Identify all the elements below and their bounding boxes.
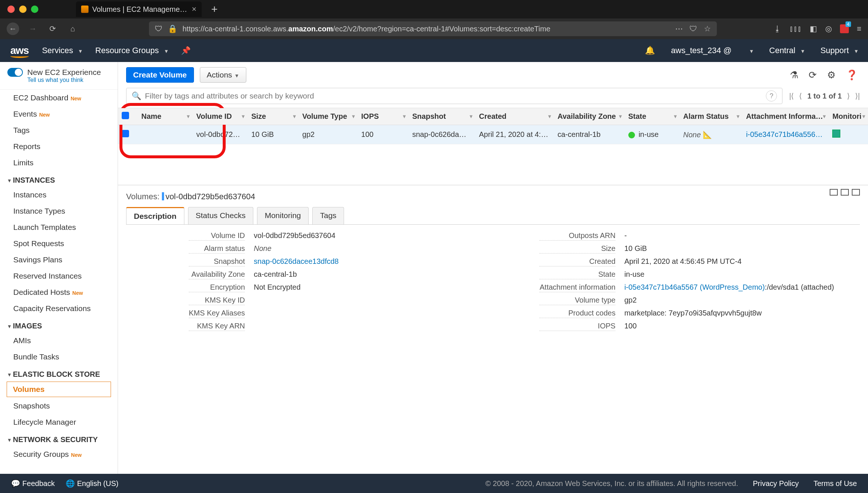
new-exp-subtitle[interactable]: Tell us what you think (27, 77, 101, 83)
library-icon[interactable]: ⫿⫿⫿ (789, 24, 802, 33)
pager-next-icon[interactable]: ⟩ (847, 92, 850, 100)
lastpass-icon[interactable] (840, 24, 849, 33)
sidebar-item[interactable]: Bundle Tasks (0, 349, 118, 365)
alarm-add-icon[interactable]: 📐 (703, 131, 712, 139)
col-header[interactable]: State▾ (625, 108, 680, 125)
aws-logo[interactable]: aws (10, 45, 29, 56)
back-button[interactable]: ← (7, 23, 19, 35)
sidebar-item[interactable]: Lifecycle Manager (0, 414, 118, 430)
browser-right-tools: ⭳ ⫿⫿⫿ ◧ ◎ ≡ (774, 24, 861, 33)
detail-tab[interactable]: Status Checks (188, 207, 253, 224)
browser-tab[interactable]: Volumes | EC2 Management Co × (76, 1, 202, 17)
col-header[interactable]: Size▾ (247, 108, 298, 125)
resource-groups-menu[interactable]: Resource Groups (95, 46, 167, 55)
detail-tab[interactable]: Description (126, 207, 184, 224)
detail-tab[interactable]: Monitoring (257, 207, 309, 224)
account-caret[interactable] (748, 46, 753, 55)
account-menu[interactable]: aws_test_234 @ (671, 46, 732, 55)
col-header[interactable]: Availability Zone▾ (554, 108, 625, 125)
sidebar-item[interactable]: Spot Requests (0, 235, 118, 252)
col-header[interactable]: Monitori▾ (829, 108, 868, 125)
sidebar-section-header[interactable]: ELASTIC BLOCK STORE (0, 365, 118, 381)
support-menu[interactable]: Support (820, 46, 858, 55)
terms-link[interactable]: Terms of Use (813, 479, 857, 488)
kv-value[interactable]: snap-0c626dacee13dfcd8 (254, 257, 338, 266)
sidebar-item[interactable]: Snapshots (0, 398, 118, 414)
col-header[interactable]: Snapshot▾ (409, 108, 475, 125)
sidebar-item[interactable]: Instances (0, 187, 118, 203)
new-tab-button[interactable]: + (211, 3, 218, 15)
col-header[interactable]: Volume Type▾ (299, 108, 358, 125)
actions-menu-button[interactable]: Actions ▼ (200, 67, 247, 83)
close-tab-icon[interactable]: × (192, 4, 197, 14)
maximize-window[interactable] (31, 6, 38, 13)
services-menu[interactable]: Services (42, 46, 82, 55)
url-bar[interactable]: 🛡 🔒 https://ca-central-1.console.aws.ama… (149, 21, 717, 36)
col-header[interactable]: Created▾ (475, 108, 554, 125)
sidebar-item[interactable]: EC2 DashboardNew (0, 90, 118, 106)
kv-value[interactable]: i-05e347c71b46a5567 (WordPress_Demo):/de… (624, 283, 834, 292)
sidebar-item[interactable]: Launch Templates (0, 219, 118, 235)
col-header[interactable]: IOPS▾ (358, 108, 409, 125)
sidebar-item[interactable]: EventsNew (0, 106, 118, 122)
beaker-icon[interactable]: ⚗ (788, 69, 801, 81)
feedback-link[interactable]: 💬 Feedback (11, 479, 55, 488)
sidebar-item[interactable]: Reports (0, 138, 118, 155)
sidebar-item[interactable]: Reserved Instances (0, 268, 118, 284)
sidebar-section-header[interactable]: IMAGES (0, 317, 118, 332)
col-header[interactable]: Volume ID▾ (192, 108, 247, 125)
settings-gear-icon[interactable]: ⚙ (825, 69, 838, 81)
sidebar-item[interactable]: Instance Types (0, 203, 118, 219)
region-menu[interactable]: Central (769, 46, 804, 55)
close-window[interactable] (7, 6, 15, 13)
kv-key: Outposts ARN (539, 231, 615, 241)
col-header[interactable] (118, 108, 138, 125)
lock-icon[interactable]: 🔒 (168, 24, 177, 33)
select-all-checkbox[interactable] (122, 112, 129, 119)
row-checkbox[interactable] (122, 130, 129, 137)
search-help-icon[interactable]: ? (766, 90, 777, 101)
pager-last-icon[interactable]: ⟩| (855, 92, 860, 100)
sidebar-item[interactable]: Dedicated HostsNew (0, 284, 118, 300)
sidebar-item[interactable]: Capacity Reservations (0, 300, 118, 317)
sidebar-item[interactable]: Tags (0, 122, 118, 138)
bell-icon[interactable]: 🔔 (645, 46, 655, 55)
pager-prev-icon[interactable]: ⟨ (799, 92, 802, 100)
table-row[interactable]: vol-0dbd729… 10 GiB gp2 100 snap-0c626da… (118, 125, 868, 144)
bookmark-star-icon[interactable]: ☆ (704, 24, 711, 33)
sidebar-section-header[interactable]: NETWORK & SECURITY (0, 430, 118, 446)
reload-button[interactable]: ⟳ (46, 23, 59, 35)
pager-first-icon[interactable]: |⟨ (789, 92, 794, 100)
layout-toggle[interactable] (830, 189, 860, 196)
detail-tab[interactable]: Tags (312, 207, 344, 224)
col-header[interactable]: Name▾ (138, 108, 192, 125)
shield-icon[interactable]: 🛡 (155, 24, 163, 33)
sidebar-item[interactable]: Security GroupsNew (0, 446, 118, 462)
col-header[interactable]: Attachment Information▾ (742, 108, 829, 125)
forward-button[interactable]: → (27, 23, 39, 35)
filter-input[interactable] (145, 92, 762, 100)
filter-search-box[interactable]: 🔍 ? (126, 88, 782, 104)
home-button[interactable]: ⌂ (66, 23, 79, 35)
create-volume-button[interactable]: Create Volume (126, 67, 194, 83)
refresh-icon[interactable]: ⟳ (806, 69, 819, 81)
cell-attachment[interactable]: i-05e347c71b46a556… (742, 125, 829, 144)
more-icon[interactable]: ⋯ (675, 24, 683, 33)
sidebar-icon[interactable]: ◧ (810, 24, 817, 33)
pin-icon[interactable]: 📌 (181, 46, 191, 55)
extension-icon[interactable]: ◎ (825, 24, 832, 33)
reader-icon[interactable]: 🛡 (690, 24, 697, 33)
sidebar-item[interactable]: AMIs (0, 332, 118, 349)
downloads-icon[interactable]: ⭳ (774, 24, 781, 33)
col-header[interactable]: Alarm Status▾ (680, 108, 742, 125)
privacy-link[interactable]: Privacy Policy (753, 479, 799, 488)
sidebar-section-header[interactable]: INSTANCES (0, 171, 118, 187)
minimize-window[interactable] (19, 6, 27, 13)
hamburger-menu-icon[interactable]: ≡ (857, 24, 861, 33)
sidebar-item[interactable]: Savings Plans (0, 252, 118, 268)
help-icon[interactable]: ❓ (844, 69, 860, 81)
sidebar-item[interactable]: Volumes (7, 382, 111, 397)
sidebar-item[interactable]: Limits (0, 155, 118, 171)
language-selector[interactable]: 🌐 English (US) (66, 479, 118, 488)
new-experience-toggle[interactable] (7, 68, 23, 77)
